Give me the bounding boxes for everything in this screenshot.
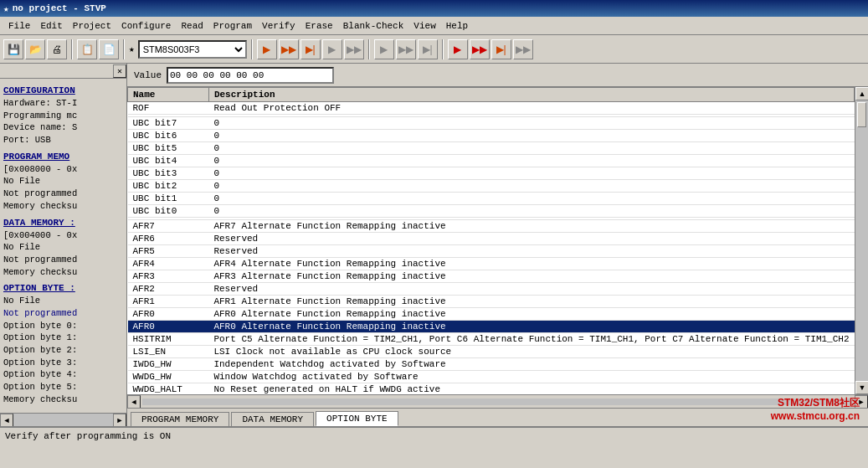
table-row[interactable]: UBC bit40 <box>128 155 855 167</box>
tab-data-memory[interactable]: DATA MEMORY <box>231 412 314 426</box>
toolbar-read8-btn[interactable]: ▶| <box>418 39 438 59</box>
table-row[interactable]: AFR1AFR1 Alternate Function Remapping in… <box>128 296 855 308</box>
table-row[interactable]: UBC bit20 <box>128 180 855 193</box>
cell-description: AFR0 Alternate Function Remapping inacti… <box>208 308 854 321</box>
toolbar-read6-btn[interactable]: ▶ <box>374 39 394 59</box>
toolbar-save-btn[interactable]: 💾 <box>3 39 23 59</box>
pm-prog: Not programmed <box>3 188 123 200</box>
left-scroll-track <box>13 414 113 426</box>
toolbar-open-btn[interactable]: 📂 <box>25 39 45 59</box>
table-body: ROFRead Out Protection OFFUBC bit70UBC b… <box>128 102 855 395</box>
toolbar-paste-btn[interactable]: 📄 <box>99 39 119 59</box>
cell-name: UBC bit7 <box>128 117 209 130</box>
table-row[interactable]: AFR0AFR0 Alternate Function Remapping in… <box>128 321 855 333</box>
toolbar-prog2-btn[interactable]: ▶▶ <box>470 39 490 59</box>
status-bar: Verify after programming is ON <box>0 426 868 468</box>
table-row[interactable]: UBC bit70 <box>128 117 855 130</box>
left-scroll-left[interactable]: ◄ <box>0 414 13 426</box>
scroll-thumb[interactable] <box>857 102 866 127</box>
menu-configure[interactable]: Configure <box>116 19 176 33</box>
cell-name: UBC bit3 <box>128 167 209 180</box>
menu-program[interactable]: Program <box>208 19 257 33</box>
left-scroll-right[interactable]: ► <box>113 414 126 426</box>
cell-description: 0 <box>208 117 854 130</box>
cell-description: Reserved <box>208 245 854 258</box>
table-row[interactable]: AFR4AFR4 Alternate Function Remapping in… <box>128 258 855 270</box>
table-row[interactable]: UBC bit10 <box>128 193 855 205</box>
cell-description: AFR4 Alternate Function Remapping inacti… <box>208 258 854 270</box>
toolbar-read1-btn[interactable]: ▶ <box>257 39 277 59</box>
toolbar-sep4 <box>368 39 370 59</box>
tab-program-memory[interactable]: PROGRAM MEMORY <box>131 412 229 426</box>
left-panel-topbar: ✕ <box>0 64 126 79</box>
table-row[interactable]: AFR0AFR0 Alternate Function Remapping in… <box>128 308 855 321</box>
toolbar-read3-btn[interactable]: ▶| <box>300 39 321 59</box>
cell-name: UBC bit6 <box>128 130 209 142</box>
table-row[interactable]: UBC bit60 <box>128 130 855 142</box>
cell-description: 0 <box>208 180 854 193</box>
table-row[interactable]: AFR2Reserved <box>128 283 855 296</box>
table-row[interactable]: HSITRIMPort C5 Alternate Function = TIM2… <box>128 333 855 346</box>
cell-name: AFR5 <box>128 245 209 258</box>
tab-option-byte[interactable]: OPTION BYTE <box>316 411 398 426</box>
cell-description: Port C5 Alternate Function = TIM2_CH1, P… <box>208 333 854 346</box>
cell-description: 0 <box>208 167 854 180</box>
col-description: Description <box>208 88 854 102</box>
table-row[interactable]: AFR3AFR3 Alternate Function Remapping in… <box>128 270 855 283</box>
app-window: ★ no project - STVP File Edit Project Co… <box>0 0 868 468</box>
table-row[interactable]: UBC bit50 <box>128 142 855 155</box>
ob-byte2: Option byte 2: <box>3 344 123 357</box>
dm-prog: Not programmed <box>3 254 123 266</box>
table-row[interactable]: AFR7AFR7 Alternate Function Remapping in… <box>128 220 855 233</box>
table-row[interactable]: LSI_ENLSI Clock not available as CPU clo… <box>128 346 855 358</box>
table-row[interactable]: UBC bit00 <box>128 205 855 218</box>
toolbar-prog3-btn[interactable]: ▶| <box>491 39 511 59</box>
hscroll-left-btn[interactable]: ◄ <box>127 395 141 409</box>
cell-name: UBC bit4 <box>128 155 209 167</box>
cell-name: UBC bit5 <box>128 142 209 155</box>
menu-read[interactable]: Read <box>176 19 208 33</box>
menu-file[interactable]: File <box>3 19 35 33</box>
scroll-up-btn[interactable]: ▲ <box>855 87 868 100</box>
table-row[interactable]: AFR6Reserved <box>128 233 855 245</box>
cell-name: AFR7 <box>128 220 209 233</box>
toolbar-read4-btn[interactable]: ▶ <box>322 39 342 59</box>
right-panel: Value Name Description ROFRead Out P <box>127 64 868 426</box>
toolbar-prog1-btn[interactable]: ▶ <box>448 39 468 59</box>
content-area: ✕ CONFIGURATION Hardware: ST-I Programmi… <box>0 64 868 426</box>
device-line: Device name: S <box>3 121 123 134</box>
table-row[interactable]: AFR5Reserved <box>128 245 855 258</box>
menu-blankcheck[interactable]: Blank-Check <box>338 19 409 33</box>
section-program-memory: PROGRAM MEMO <box>3 152 123 162</box>
menu-help[interactable]: Help <box>441 19 473 33</box>
menu-view[interactable]: View <box>408 19 440 33</box>
value-input[interactable] <box>167 67 334 84</box>
cell-name: AFR2 <box>128 283 209 296</box>
device-selector[interactable]: STM8S003F3 <box>138 40 247 59</box>
status-line-2 <box>5 444 863 458</box>
ob-file: No File <box>3 295 123 307</box>
toolbar-read7-btn[interactable]: ▶▶ <box>396 39 416 59</box>
menu-edit[interactable]: Edit <box>35 19 67 33</box>
toolbar-copy-btn[interactable]: 📋 <box>77 39 97 59</box>
title-icon: ★ <box>3 3 9 14</box>
ob-checksum: Memory checksu <box>3 393 123 406</box>
table-row[interactable]: UBC bit30 <box>128 167 855 180</box>
left-panel-content: CONFIGURATION Hardware: ST-I Programming… <box>0 79 126 413</box>
toolbar-read5-btn[interactable]: ▶▶ <box>344 39 364 59</box>
toolbar-read2-btn[interactable]: ▶▶ <box>279 39 299 59</box>
table-row[interactable]: WWDG_HWWindow Watchdog activated by Soft… <box>128 371 855 383</box>
table-row[interactable]: ROFRead Out Protection OFF <box>128 102 855 115</box>
table-row[interactable]: WWDG_HALTNo Reset generated on HALT if W… <box>128 383 855 395</box>
cell-name: AFR0 <box>128 308 209 321</box>
menu-project[interactable]: Project <box>68 19 116 33</box>
left-panel-close[interactable]: ✕ <box>113 64 126 78</box>
menu-verify[interactable]: Verify <box>257 19 300 33</box>
table-row[interactable]: IWDG_HWIndependent Watchdog activated by… <box>128 358 855 371</box>
scroll-track <box>855 100 868 381</box>
toolbar-prog4-btn[interactable]: ▶▶ <box>513 39 533 59</box>
menu-erase[interactable]: Erase <box>300 19 338 33</box>
scroll-down-btn[interactable]: ▼ <box>855 381 868 394</box>
value-label: Value <box>134 70 162 80</box>
toolbar-print-btn[interactable]: 🖨 <box>47 39 67 59</box>
